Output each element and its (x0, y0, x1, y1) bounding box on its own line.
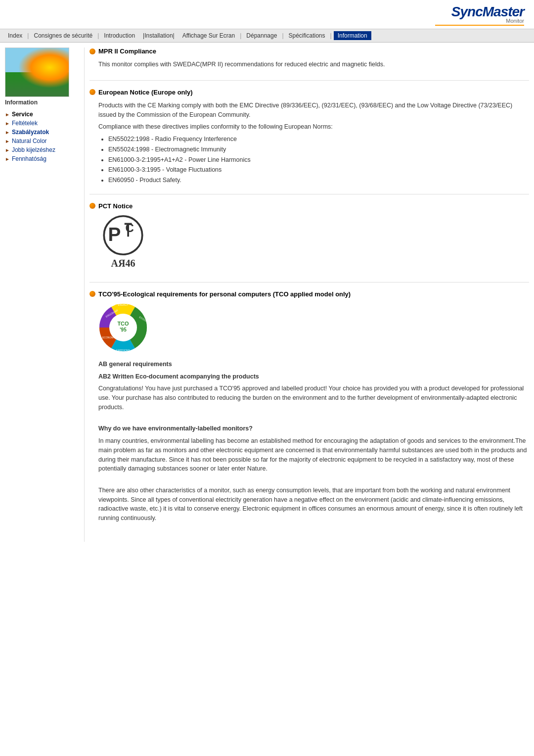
nav-consignes[interactable]: Consignes de sécurité (31, 31, 95, 40)
sidebar-item-fennhatosag[interactable]: ► Fennhatóság (5, 154, 79, 163)
nav-index[interactable]: Index (5, 31, 25, 40)
pct-label: АЯ46 (111, 258, 135, 269)
content-area: MPR II Compliance This monitor complies … (84, 47, 529, 542)
sidebar-item-label: Szabályzatok (12, 129, 49, 136)
sidebar-item-label: Fennhatóság (12, 155, 46, 162)
list-item: EN61000-3-3:1995 - Voltage Fluctuations (108, 165, 529, 175)
sidebar-item-naturalcolor[interactable]: ► Natural Color (5, 137, 79, 145)
tco-subheading2: AB2 Written Eco-document acompanying the… (98, 372, 529, 381)
navbar: Index | Consignes de sécurité | Introduc… (0, 29, 534, 43)
svg-text:'95: '95 (120, 327, 127, 332)
european-text-2: Compliance with these directives implies… (98, 122, 529, 132)
nav-depannage[interactable]: Dépannage (243, 31, 280, 40)
sidebar-image (5, 47, 69, 97)
section-european: European Notice (Europe only) Products w… (89, 89, 529, 194)
arrow-icon: ► (5, 112, 10, 117)
svg-text:ENERGY: ENERGY (118, 303, 129, 306)
nav-sep-4: | (282, 32, 283, 39)
nav-sep-5: | (330, 32, 332, 39)
mpr-text: This monitor complies with SWEDAC(MPR II… (98, 60, 529, 69)
arrow-icon: ► (5, 147, 10, 153)
section-heading: PCT Notice (98, 202, 133, 210)
nav-sep-1: | (27, 32, 29, 39)
nav-installation[interactable]: |Installation| (140, 31, 178, 40)
svg-text:ECONOMICS: ECONOMICS (102, 336, 118, 339)
arrow-icon: ► (5, 130, 10, 135)
main-layout: Information ► Service ► Feltételek ► Sza… (0, 43, 534, 547)
svg-text:EMISSIONS: EMISSIONS (116, 349, 130, 352)
list-item: EN55022:1998 - Radio Frequency Interfere… (108, 135, 529, 144)
sidebar-item-label: Natural Color (12, 138, 47, 144)
tco-para-1: Congratulations! You have just purchased… (98, 384, 529, 412)
arrow-icon: ► (5, 139, 10, 144)
sidebar-item-feltetelek[interactable]: ► Feltételek (5, 119, 79, 128)
tco-para-3: There are also other characteristics of … (98, 486, 529, 523)
sidebar-item-service[interactable]: ► Service (5, 110, 79, 119)
list-item: EN55024:1998 - Electromagnetic Immunity (108, 145, 529, 154)
sidebar: Information ► Service ► Feltételek ► Sza… (5, 47, 84, 542)
logo-line (435, 25, 524, 26)
section-heading: European Notice (Europe only) (98, 89, 193, 96)
bullet-icon (89, 203, 95, 209)
section-body-european: Products with the CE Marking comply with… (98, 101, 529, 185)
nav-sep-2: | (97, 32, 99, 39)
sidebar-item-jobb[interactable]: ► Jobb kijelzéshez (5, 145, 79, 154)
list-item: EN60950 - Product Safety. (108, 176, 529, 185)
nav-affichage[interactable]: Affichage Sur Ecran (179, 31, 238, 40)
section-body-mpr: This monitor complies with SWEDAC(MPR II… (98, 60, 529, 69)
sidebar-item-label: Jobb kijelzéshez (12, 146, 55, 153)
tco-para-2: In many countries, environmental labelli… (98, 436, 529, 473)
section-pct: PCT Notice P C АЯ46 (89, 202, 529, 283)
section-title-mpr: MPR II Compliance (89, 47, 529, 55)
nav-information[interactable]: Information (334, 31, 371, 40)
sidebar-label: Information (5, 99, 79, 106)
section-title-european: European Notice (Europe only) (89, 89, 529, 96)
nav-introduction[interactable]: Introduction (101, 31, 138, 40)
section-tco: TCO'95-Ecological requirements for perso… (89, 290, 529, 534)
section-body-tco: AB general requirements AB2 Written Eco-… (98, 360, 529, 523)
svg-text:TCO: TCO (117, 321, 129, 327)
arrow-icon: ► (5, 156, 10, 162)
section-title-pct: PCT Notice (89, 202, 529, 210)
bullet-icon (89, 291, 95, 297)
european-list: EN55022:1998 - Radio Frequency Interfere… (98, 135, 529, 185)
bullet-icon (89, 48, 95, 54)
sidebar-item-label: Feltételek (12, 120, 38, 127)
nav-specifications[interactable]: Spécifications (286, 31, 328, 40)
svg-text:P: P (108, 224, 121, 245)
section-heading: MPR II Compliance (98, 47, 156, 55)
nav-sep-3: | (240, 32, 241, 39)
section-title-tco: TCO'95-Ecological requirements for perso… (89, 290, 529, 298)
pct-svg: P C (101, 215, 145, 256)
european-text-1: Products with the CE Marking comply with… (98, 101, 529, 120)
list-item: EN61000-3-2:1995+A1+A2 - Power Line Harm… (108, 155, 529, 165)
bullet-icon (89, 89, 95, 95)
tco-badge-container: TCO '95 ECOLOGY ENERGY ERGONOMI ECONOMIC… (98, 303, 529, 354)
pct-image: P C АЯ46 (98, 215, 148, 269)
section-heading: TCO'95-Ecological requirements for perso… (98, 290, 351, 298)
tco-subheading1: AB general requirements (98, 360, 529, 369)
sidebar-item-szabalyzatok[interactable]: ► Szabályzatok (5, 128, 79, 137)
tco-badge-svg: TCO '95 ECOLOGY ENERGY ERGONOMI ECONOMIC… (98, 303, 148, 352)
arrow-icon: ► (5, 121, 10, 126)
section-mpr: MPR II Compliance This monitor complies … (89, 47, 529, 81)
sidebar-item-label: Service (12, 111, 33, 118)
header: SyncMaster Monitor (0, 0, 534, 29)
tco-subheading3: Why do we have environmentally-labelled … (98, 424, 529, 433)
